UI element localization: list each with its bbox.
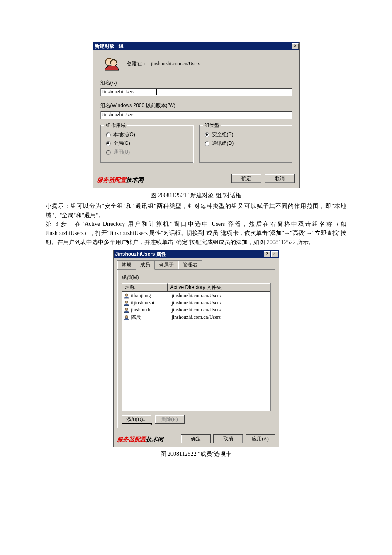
member-name: jinshouzhi	[131, 307, 172, 313]
user-icon	[124, 315, 129, 320]
member-name: ithanjiang	[131, 293, 172, 299]
svg-point-3	[125, 301, 128, 303]
scope-universal-label: 通用(U)	[113, 149, 130, 156]
figure-caption-2: 图 2008112522 "成员"选项卡	[46, 450, 346, 458]
group-name-label: 组名(A)：	[100, 79, 292, 86]
member-path: jinshouzhi.com.cn/Users	[172, 293, 270, 299]
dialog-body: 创建在： jinshouzhi.com.cn/Users 组名(A)： Jins…	[93, 50, 299, 169]
svg-point-2	[125, 294, 128, 296]
create-in-path: jinshouzhi.com.cn/Users	[151, 61, 200, 67]
watermark-black: 技术网	[126, 177, 144, 183]
group-scope-title: 组作用域	[104, 122, 127, 129]
group-name-pre2000-input[interactable]: JinshouzhiUsers	[100, 111, 292, 119]
scope-global-label: 全局(G)	[113, 140, 130, 147]
group-type-title: 组类型	[203, 122, 221, 129]
svg-point-5	[125, 315, 128, 318]
column-folder[interactable]: Active Directory 文件夹	[168, 283, 270, 292]
watermark-red: 服务器配置	[117, 436, 146, 443]
cancel-button[interactable]: 取消	[265, 174, 295, 183]
body-step3: 第 3 步，在"Active Directory 用户和计算机"窗口中选中 Us…	[46, 220, 346, 247]
watermark: 服务器配置技术网	[117, 436, 163, 443]
scope-local-row[interactable]: 本地域(O)	[106, 131, 188, 138]
tab-strip: 常规 成员 隶属于 管理者	[117, 260, 275, 270]
group-heads-icon	[102, 56, 119, 71]
member-path: jinshouzhi.com.cn/Users	[172, 314, 270, 320]
dialog-title: 新建对象 - 组	[95, 43, 292, 50]
list-item[interactable]: 陈晨jinshouzhi.com.cn/Users	[122, 313, 270, 321]
tab-general[interactable]: 常规	[117, 260, 136, 269]
tab-panel-members: 成员(M)： 名称 Active Directory 文件夹 ithanjian…	[117, 270, 275, 428]
cancel-button[interactable]: 取消	[213, 434, 243, 443]
user-icon	[124, 293, 129, 299]
close-icon[interactable]: ×	[292, 43, 299, 49]
dialog-footer: 服务器配置技术网 确定 取消 应用(A)	[114, 432, 279, 447]
watermark: 服务器配置技术网	[97, 176, 144, 184]
dialog-body: 常规 成员 隶属于 管理者 成员(M)： 名称 Active Directory…	[114, 258, 279, 432]
new-object-group-dialog: 新建对象 - 组 × 创建在： jinshouzhi.com.cn/Users …	[93, 42, 300, 188]
group-name-input[interactable]: JinshouzhiUsers	[100, 88, 292, 96]
tab-memberof[interactable]: 隶属于	[154, 260, 178, 269]
members-label: 成员(M)：	[122, 274, 271, 281]
figure-caption-1: 图 2008112521 "新建对象-组"对话框	[46, 192, 346, 199]
group-scope-box: 组作用域 本地域(O) 全局(G) 通用(U)	[100, 125, 193, 163]
radio-checked-icon[interactable]	[205, 132, 209, 137]
radio-disabled-icon	[106, 150, 111, 155]
ok-button[interactable]: 确定	[231, 174, 261, 183]
radio-icon[interactable]	[205, 141, 209, 146]
member-path: jinshouzhi.com.cn/Users	[172, 307, 270, 313]
create-in-label: 创建在：	[127, 60, 147, 67]
group-type-box: 组类型 安全组(S) 通讯组(D)	[199, 125, 292, 163]
tab-members[interactable]: 成员	[136, 260, 155, 270]
user-icon	[124, 300, 129, 306]
list-item[interactable]: ithanjiangjinshouzhi.com.cn/Users	[122, 292, 270, 299]
column-name[interactable]: 名称	[122, 283, 168, 292]
titlebar: JinshouzhiUsers 属性 ? ×	[114, 250, 279, 258]
remove-button: 删除(R)	[155, 415, 185, 424]
member-path: jinshouzhi.com.cn/Users	[172, 300, 270, 306]
listview-rows: ithanjiangjinshouzhi.com.cn/Usersitjinsh…	[122, 292, 270, 321]
scope-local-label: 本地域(O)	[113, 131, 135, 138]
list-item[interactable]: itjinshouzhijinshouzhi.com.cn/Users	[122, 299, 270, 306]
dialog-title: JinshouzhiUsers 属性	[115, 251, 263, 258]
radio-checked-icon[interactable]	[106, 141, 111, 146]
type-distribution-row[interactable]: 通讯组(D)	[205, 140, 287, 147]
ok-button[interactable]: 确定	[181, 434, 211, 443]
type-security-row[interactable]: 安全组(S)	[205, 131, 287, 138]
listview-header: 名称 Active Directory 文件夹	[122, 283, 270, 292]
group-properties-dialog: JinshouzhiUsers 属性 ? × 常规 成员 隶属于 管理者 成员(…	[113, 250, 279, 447]
create-in-row: 创建在： jinshouzhi.com.cn/Users	[100, 56, 292, 71]
apply-button[interactable]: 应用(A)	[246, 434, 275, 443]
watermark-black: 技术网	[146, 436, 163, 443]
radio-icon[interactable]	[106, 132, 111, 137]
members-listview[interactable]: 名称 Active Directory 文件夹 ithanjiangjinsho…	[122, 283, 271, 411]
member-name: itjinshouzhi	[131, 300, 172, 306]
type-distribution-label: 通讯组(D)	[212, 140, 234, 147]
type-security-label: 安全组(S)	[212, 131, 234, 138]
group-name-pre2000-label: 组名(Windows 2000 以前版本)(W)：	[100, 102, 292, 109]
tab-managedby[interactable]: 管理者	[178, 260, 202, 269]
user-icon	[124, 307, 129, 313]
watermark-red: 服务器配置	[97, 177, 126, 183]
dialog-buttons: 服务器配置技术网 确定 取消	[93, 169, 299, 188]
panel-buttons: 添加(D)... 删除(R)	[122, 415, 271, 424]
body-tip: 小提示：组可以分为"安全组"和"通讯组"两种类型，针对每种类型的组又可以赋予其不…	[46, 202, 346, 220]
add-button[interactable]: 添加(D)...	[122, 415, 151, 424]
titlebar: 新建对象 - 组 ×	[93, 42, 299, 50]
close-icon[interactable]: ×	[271, 251, 278, 257]
svg-point-4	[125, 308, 128, 311]
help-icon[interactable]: ?	[264, 251, 270, 257]
list-item[interactable]: jinshouzhijinshouzhi.com.cn/Users	[122, 306, 270, 313]
member-name: 陈晨	[131, 314, 172, 321]
groupboxes: 组作用域 本地域(O) 全局(G) 通用(U) 组类型	[100, 125, 292, 163]
scope-universal-row: 通用(U)	[106, 149, 188, 156]
scope-global-row[interactable]: 全局(G)	[106, 140, 188, 147]
